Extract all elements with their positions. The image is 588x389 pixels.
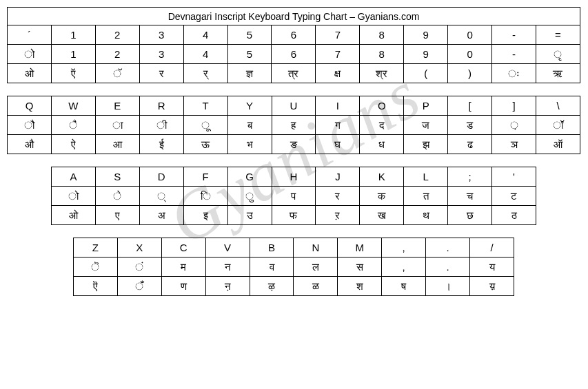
key-label: D xyxy=(139,167,183,187)
key-label: [ xyxy=(448,96,492,116)
base-char: , xyxy=(382,257,426,277)
key-label: 9 xyxy=(404,25,448,45)
base-char: ह xyxy=(272,116,316,135)
base-char: ज xyxy=(404,116,448,135)
base-char: व xyxy=(250,257,294,277)
watermark-text: Gyanians xyxy=(155,54,433,260)
base-char: ो xyxy=(8,45,52,64)
base-char: 9 xyxy=(404,45,448,64)
key-label: 0 xyxy=(448,25,492,45)
base-char: . xyxy=(426,257,470,277)
base-char: ड xyxy=(448,116,492,135)
key-label: A xyxy=(52,167,96,187)
key-label: L xyxy=(404,167,448,187)
table-row-zxcv: ZXCVBNM,./ ॆंमनवलस,.य ऎँणऩऴळशष।य़ xyxy=(73,238,514,296)
keyboard-row-asdf: ASDFGHJKL;' ोे्िुपरकतचट ओएअइउफऱखथछठ xyxy=(7,167,581,225)
shift-char: ॅ xyxy=(95,64,139,83)
base-char: 8 xyxy=(360,45,404,64)
base-char: ा xyxy=(95,116,139,135)
base-char: ो xyxy=(52,187,96,206)
base-char: स xyxy=(338,257,382,277)
key-label: , xyxy=(382,238,426,257)
base-char: 7 xyxy=(316,45,360,64)
shift-char: र xyxy=(139,64,183,83)
key-label: ] xyxy=(492,96,536,116)
base-char: ू xyxy=(183,116,227,135)
key-label: O xyxy=(360,96,404,116)
key-label: Q xyxy=(8,96,52,116)
key-label: B xyxy=(250,238,294,257)
shift-char: ( xyxy=(404,64,448,83)
shift-char: र् xyxy=(183,64,227,83)
key-label: . xyxy=(426,238,470,257)
base-char: 0 xyxy=(448,45,492,64)
base-char: क xyxy=(360,187,404,206)
key-label: C xyxy=(161,238,205,257)
shift-char: घ xyxy=(316,135,360,154)
shift-char: भ xyxy=(227,135,272,154)
shift-char: झ xyxy=(404,135,448,154)
shift-char: औ xyxy=(8,135,52,154)
shift-char: ओ xyxy=(52,206,96,225)
key-label: I xyxy=(316,96,360,116)
key-label: / xyxy=(470,238,514,257)
base-char: ं xyxy=(117,257,161,277)
shift-char: फ xyxy=(272,206,316,225)
key-label: F xyxy=(183,167,227,187)
key-label: 2 xyxy=(95,25,139,45)
key-label: 3 xyxy=(139,25,183,45)
shift-char: ढ xyxy=(448,135,492,154)
shift-char: ऑ xyxy=(536,135,580,154)
key-label: T xyxy=(183,96,227,116)
base-char: े xyxy=(95,187,139,206)
base-char: 6 xyxy=(272,45,316,64)
key-label: S xyxy=(95,167,139,187)
key-label: H xyxy=(272,167,316,187)
key-label: - xyxy=(492,25,536,45)
shift-char: ण xyxy=(161,277,205,296)
shift-char: ऊ xyxy=(183,135,227,154)
table-row-asdf: ASDFGHJKL;' ोे्िुपरकतचट ओएअइउफऱखथछठ xyxy=(51,167,536,225)
key-label: ´ xyxy=(8,25,52,45)
keyboard-row-qwerty: QWERTYUIOP[]\ ौैाीूबहगदजड़ॉ औऐआईऊभङघधझढञ… xyxy=(7,96,581,154)
key-label: Z xyxy=(74,238,118,257)
shift-char: ळ xyxy=(294,277,338,296)
shift-char: थ xyxy=(404,206,448,225)
key-label: K xyxy=(360,167,404,187)
base-char: ै xyxy=(51,116,95,135)
key-label: N xyxy=(294,238,338,257)
base-char: 2 xyxy=(95,45,139,64)
shift-char: ध xyxy=(360,135,404,154)
base-char: - xyxy=(492,45,536,64)
shift-char: ष xyxy=(382,277,426,296)
shift-char: ज्ञ xyxy=(227,64,272,83)
table-row-qwerty: QWERTYUIOP[]\ ौैाीूबहगदजड़ॉ औऐआईऊभङघधझढञ… xyxy=(7,96,580,154)
key-label: = xyxy=(536,25,580,45)
key-label: 5 xyxy=(227,25,272,45)
base-char: ृ xyxy=(536,45,580,64)
shift-char: ओ xyxy=(8,64,52,83)
key-label: 7 xyxy=(316,25,360,45)
shift-char: ) xyxy=(448,64,492,83)
keyboard-row-zxcv: ZXCVBNM,./ ॆंमनवलस,.य ऎँणऩऴळशष।य़ xyxy=(7,238,581,296)
key-label: V xyxy=(205,238,250,257)
shift-char: इ xyxy=(183,206,227,225)
shift-char: ऋ xyxy=(536,64,580,83)
base-char: ी xyxy=(139,116,183,135)
base-char: ट xyxy=(492,187,536,206)
key-label: X xyxy=(117,238,161,257)
shift-char: ङ xyxy=(272,135,316,154)
base-char: प xyxy=(272,187,316,206)
base-char: ौ xyxy=(8,116,52,135)
key-label: 1 xyxy=(51,25,95,45)
shift-char: उ xyxy=(227,206,272,225)
shift-char: ऩ xyxy=(205,277,250,296)
base-char: ि xyxy=(183,187,227,206)
base-char: त xyxy=(404,187,448,206)
shift-char: ञ xyxy=(492,135,536,154)
shift-char: ठ xyxy=(492,206,536,225)
base-char: म xyxy=(161,257,205,277)
shift-char: छ xyxy=(448,206,492,225)
base-char: 1 xyxy=(51,45,95,64)
base-char: 5 xyxy=(227,45,272,64)
